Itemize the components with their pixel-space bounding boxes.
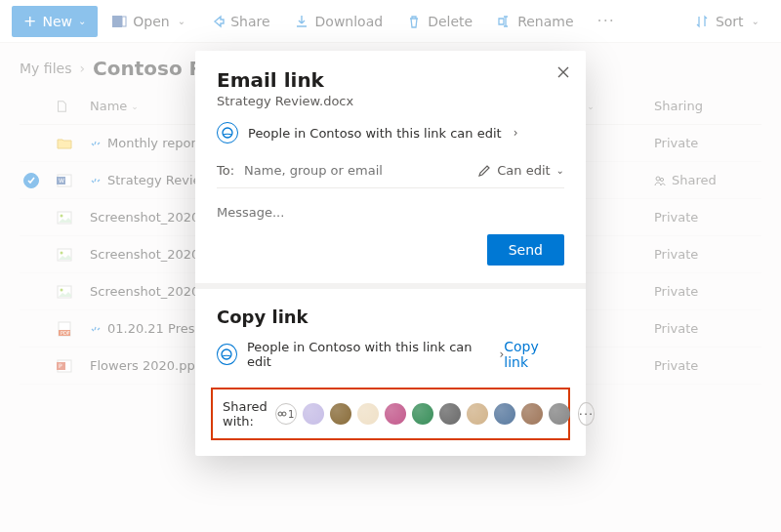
svg-point-12 [61,288,63,291]
share-icon [209,14,225,29]
svg-text:W: W [59,177,64,184]
pdf-icon: PDF [55,319,74,339]
open-label: Open [133,14,169,29]
svg-point-8 [61,214,63,217]
file-name[interactable]: Flowers 2020.ppt [90,358,200,373]
sort-icon [694,14,710,29]
chevron-down-icon: ⌄ [556,165,564,176]
image-icon [55,245,74,265]
overflow-button[interactable]: ··· [590,12,623,30]
chevron-right-icon: › [79,61,85,76]
word-icon: W [55,171,74,190]
file-name[interactable]: Monthly reports [107,136,208,150]
svg-point-5 [656,177,660,181]
avatar[interactable] [494,403,515,425]
file-sharing: Private [654,210,761,225]
share-filename: Strategy Review.docx [217,94,564,108]
pencil-icon [477,164,491,178]
command-bar: + New ⌄ Open ⌄ Share Download Delete Ren… [0,0,781,43]
rename-label: Rename [517,14,573,29]
file-sharing: Private [654,321,761,336]
share-label: Share [230,14,269,29]
plus-icon: + [23,12,36,30]
avatar[interactable] [330,403,351,425]
chevron-right-icon: › [514,126,518,140]
download-label: Download [315,14,384,29]
close-button[interactable] [556,64,570,83]
to-label: To: [217,163,234,178]
file-name[interactable]: Screenshot_2020 [90,210,199,225]
link-scope-button[interactable]: People in Contoso with this link can edi… [217,122,564,143]
row-selector[interactable] [23,173,39,188]
delete-button[interactable]: Delete [396,6,482,37]
avatar[interactable] [549,403,570,425]
rename-icon [496,14,512,29]
rename-button[interactable]: Rename [486,6,583,37]
file-name[interactable]: Screenshot_2020 [90,247,199,262]
chevron-down-icon: ⌄ [178,16,185,26]
file-sharing: Shared [654,173,761,187]
word-app-icon [111,14,127,29]
folder-icon [55,134,74,153]
file-sharing: Private [654,136,761,150]
svg-point-10 [61,251,63,254]
file-name[interactable]: Screenshot_2020 [90,284,199,299]
sort-button[interactable]: Sort ⌄ [684,6,769,37]
sort-label: Sort [716,14,744,29]
ppt-icon: P [55,356,74,376]
permission-dropdown[interactable]: Can edit ⌄ [477,163,564,178]
copy-link-button[interactable]: Copy link [504,339,564,370]
svg-text:PDF: PDF [61,330,70,336]
file-type-icon [55,100,68,113]
recipient-input[interactable] [244,163,468,178]
svg-point-22 [282,412,286,416]
chevron-down-icon: ⌄ [587,102,595,111]
activity-spark-icon [90,324,103,334]
download-button[interactable]: Download [284,6,393,37]
new-label: New [42,14,72,29]
avatar[interactable] [467,403,488,425]
avatar[interactable] [412,403,433,425]
file-sharing: Private [654,284,761,299]
shared-with-label: Shared with: [223,399,267,429]
chevron-down-icon: ⌄ [752,16,760,26]
activity-spark-icon [90,176,103,185]
avatar[interactable] [521,403,543,425]
delete-label: Delete [428,14,473,29]
file-sharing: Private [654,247,761,262]
message-input[interactable] [217,205,564,220]
share-button[interactable]: Share [199,6,279,37]
svg-rect-0 [112,16,122,27]
shared-with-highlight: Shared with: 1 ··· [211,388,570,440]
globe-people-icon [217,344,237,365]
delete-icon [406,14,422,29]
breadcrumb-root[interactable]: My files [20,61,71,76]
avatar[interactable] [385,403,406,425]
avatar[interactable] [439,403,461,425]
file-sharing: Private [654,358,761,373]
svg-rect-1 [122,17,126,26]
shared-with-avatars: 1 [275,403,570,425]
svg-point-20 [222,349,231,359]
copy-link-scope[interactable]: People in Contoso with this link can edi… [217,340,504,369]
avatar[interactable] [303,403,324,425]
link-scope-text: People in Contoso with this link can edi… [248,126,502,141]
image-icon [55,282,74,302]
avatar-overflow-count[interactable]: 1 [275,403,297,425]
avatar[interactable] [357,403,379,425]
globe-people-icon [217,122,238,143]
email-link-title: Email link [217,68,564,92]
new-button[interactable]: + New ⌄ [12,6,98,37]
svg-text:P: P [59,362,62,369]
shared-icon [654,175,666,186]
chevron-down-icon: ⌄ [131,102,139,111]
close-icon [556,65,570,79]
activity-spark-icon [90,139,103,148]
shared-with-more-button[interactable]: ··· [578,402,595,426]
send-button[interactable]: Send [487,234,564,266]
open-button[interactable]: Open ⌄ [102,6,195,37]
svg-point-6 [660,178,663,181]
copy-link-title: Copy link [217,307,564,327]
download-icon [294,14,309,29]
permission-label: Can edit [497,163,550,178]
